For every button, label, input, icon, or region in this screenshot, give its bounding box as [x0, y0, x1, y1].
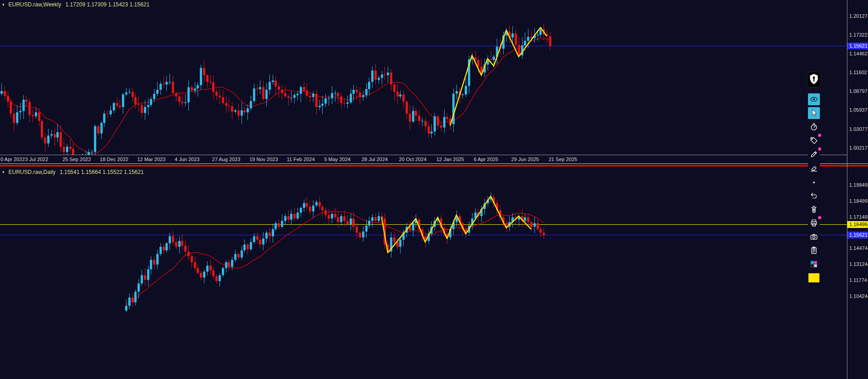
notification-badge	[818, 134, 821, 137]
weekly-symbol-label: EURUSD.raw,Weekly	[9, 1, 61, 8]
price-tick-label: 1.14462	[849, 51, 868, 56]
date-tick-label: 11 Feb 2024	[287, 157, 315, 162]
weekly-bid-price-box: 1.15621	[847, 43, 868, 49]
price-tick-label: 1.03077	[849, 126, 868, 132]
date-tick-label: 3 Jul 2022	[25, 157, 49, 162]
clipboard-icon	[809, 246, 819, 255]
price-tick-label: 1.00217	[849, 145, 868, 151]
toolbar-point-button[interactable]	[808, 176, 820, 188]
weekly-chart-title: ▾ EURUSD.raw,Weekly 1.17209 1.17309 1.15…	[2, 1, 149, 8]
toolbar-printer-button[interactable]	[808, 217, 820, 229]
date-tick-label: 12 Jan 2025	[436, 157, 464, 162]
mt4-window: ▾ EURUSD.raw,Weekly 1.17209 1.17309 1.15…	[0, 0, 868, 379]
stopwatch-icon	[809, 122, 819, 131]
date-tick-label: 20 Oct 2024	[399, 157, 427, 162]
date-tick-label: 18 Dec 2022	[100, 157, 128, 162]
price-tick-label: 1.17149	[849, 214, 868, 220]
price-tick-label: 1.19849	[849, 182, 868, 188]
daily-symbol-label: EURUSD.raw,Daily	[9, 169, 56, 175]
point-icon	[809, 177, 819, 186]
delete-icon	[809, 205, 819, 214]
palette-icon	[809, 260, 819, 269]
date-tick-label: 27 Aug 2023	[212, 157, 241, 162]
date-tick-label: 19 Nov 2023	[249, 157, 278, 162]
notification-badge	[818, 147, 821, 151]
yellow-color-swatch	[808, 273, 819, 282]
toolbar-camera-button[interactable]	[808, 231, 820, 243]
camera-icon	[809, 232, 819, 241]
collapse-arrow-icon[interactable]: ▾	[2, 2, 5, 7]
daily-chart-title: ▾ EURUSD.raw,Daily 1.15541 1.15664 1.155…	[2, 169, 144, 175]
toolbar-pencil-button[interactable]	[808, 148, 820, 160]
date-tick-label: 28 Jul 2024	[362, 157, 388, 162]
panel-logo-icon[interactable]	[807, 71, 821, 88]
weekly-date-axis[interactable]: 0 Apr 20223 Jul 202225 Sep 202218 Dec 20…	[0, 155, 847, 163]
date-tick-label: 4 Jun 2023	[175, 157, 199, 162]
date-tick-label: 29 Jun 2025	[511, 157, 539, 162]
date-tick-label: 5 May 2024	[324, 157, 350, 162]
weekly-ohlc-readout: 1.17209 1.17309 1.15423 1.15621	[66, 1, 150, 8]
printer-icon	[809, 218, 819, 227]
window-separator[interactable]	[0, 163, 868, 168]
price-tick-label: 1.11602	[849, 70, 867, 75]
pencil-icon	[809, 150, 819, 159]
toolbar-clipboard-button[interactable]	[808, 244, 820, 256]
eraser-icon	[809, 163, 819, 173]
price-tick-label: 1.17322	[849, 32, 868, 38]
toolbar-eye-button[interactable]	[808, 93, 820, 105]
toolbar-color-palette-button[interactable]	[808, 258, 820, 270]
daily-bid-price-box: 1.15621	[847, 232, 868, 238]
price-tick-label: 1.11774	[849, 277, 867, 283]
price-tick-label: 1.05937	[849, 107, 868, 113]
date-tick-label: 12 Mar 2023	[137, 157, 165, 162]
price-axis[interactable]: 1.201271.173221.144621.116021.087971.059…	[847, 0, 868, 379]
daily-chart-canvas[interactable]	[0, 168, 847, 379]
toolbar-eraser-button[interactable]	[808, 162, 820, 174]
cursor-icon	[809, 108, 819, 118]
eye-icon	[809, 95, 819, 104]
price-tick-label: 1.18499	[849, 198, 868, 204]
toolbar-price-tag-button[interactable]	[808, 135, 820, 146]
price-tag-icon	[809, 136, 819, 145]
daily-ohlc-readout: 1.15541 1.15664 1.15522 1.15621	[60, 169, 144, 175]
separator-line	[0, 163, 868, 164]
toolbar-delete-button[interactable]	[808, 203, 820, 215]
daily-hline-price-box: 1.16496	[847, 221, 868, 228]
collapse-arrow-icon[interactable]: ▾	[2, 170, 5, 174]
toolbar-cursor-button[interactable]	[808, 107, 820, 119]
toolbar-undo-button[interactable]	[808, 190, 820, 201]
price-tick-label: 1.10424	[849, 293, 868, 299]
weekly-chart-canvas[interactable]	[0, 0, 847, 155]
toolbar-stopwatch-button[interactable]	[808, 121, 820, 133]
price-tick-label: 1.13124	[849, 261, 868, 267]
date-tick-label: 6 Apr 2025	[474, 157, 498, 162]
price-tick-label: 1.14474	[849, 245, 868, 251]
price-tick-label: 1.20127	[849, 13, 868, 19]
date-tick-label: 25 Sep 2022	[62, 157, 91, 162]
price-tick-label: 1.08797	[849, 88, 868, 94]
separator-red-bar	[0, 165, 868, 167]
notification-badge	[818, 216, 821, 219]
toolbar-color-swatch-yellow-button[interactable]	[808, 272, 820, 284]
undo-icon	[809, 191, 819, 200]
date-tick-label: 21 Sep 2025	[549, 157, 577, 162]
drawing-toolbar	[807, 71, 821, 284]
date-tick-label: 0 Apr 2022	[0, 157, 25, 162]
